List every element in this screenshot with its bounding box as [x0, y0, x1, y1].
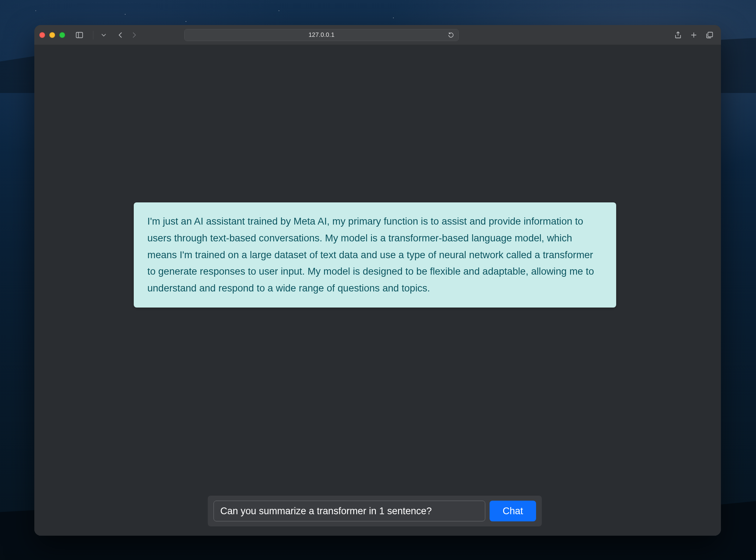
tab-group-dropdown[interactable]	[100, 29, 108, 41]
desktop-wallpaper: 127.0.0.1	[0, 0, 756, 560]
new-tab-button[interactable]	[687, 29, 700, 41]
window-controls	[39, 32, 69, 38]
page-content: I'm just an AI assistant trained by Meta…	[34, 45, 721, 536]
share-button[interactable]	[672, 29, 684, 41]
browser-window: 127.0.0.1	[34, 25, 721, 536]
window-zoom-button[interactable]	[59, 32, 65, 38]
assistant-message: I'm just an AI assistant trained by Meta…	[134, 202, 616, 308]
chat-composer: Chat	[208, 496, 542, 526]
assistant-message-text: I'm just an AI assistant trained by Meta…	[147, 216, 594, 294]
address-bar-text: 127.0.0.1	[309, 31, 335, 39]
toolbar-separator	[93, 31, 93, 39]
back-button[interactable]	[114, 29, 127, 41]
window-close-button[interactable]	[39, 32, 45, 38]
window-minimize-button[interactable]	[49, 32, 55, 38]
chat-send-button[interactable]: Chat	[490, 501, 536, 521]
svg-rect-0	[76, 32, 83, 38]
tabs-overview-button[interactable]	[703, 29, 716, 41]
reload-button[interactable]	[446, 30, 456, 40]
sidebar-toggle-button[interactable]	[73, 29, 86, 41]
forward-button[interactable]	[128, 29, 141, 41]
chat-input[interactable]	[213, 501, 485, 521]
svg-rect-4	[708, 32, 713, 37]
browser-titlebar: 127.0.0.1	[34, 25, 721, 45]
address-bar[interactable]: 127.0.0.1	[184, 29, 459, 41]
